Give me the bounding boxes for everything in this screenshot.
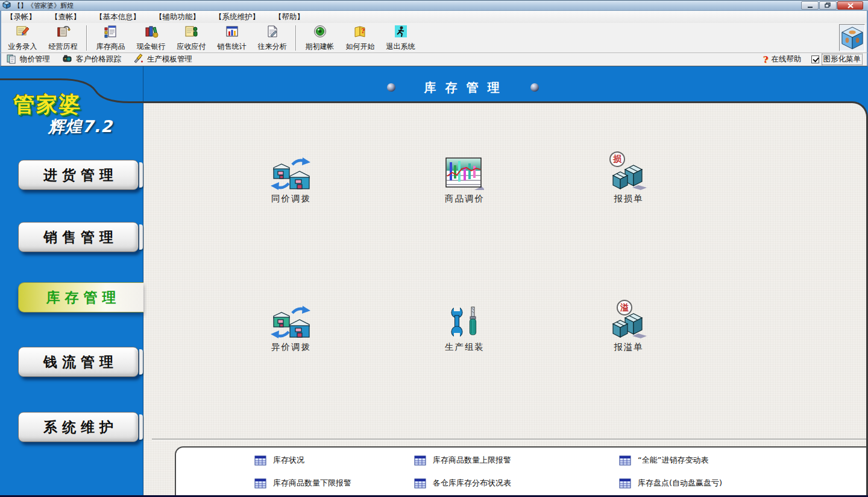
customer-price-tracking-label: 客户价格跟踪 (76, 54, 121, 65)
menu-query[interactable]: 【查帐】 (51, 12, 81, 22)
gain-badge: 溢 (617, 300, 632, 315)
same-price-transfer-icon (271, 157, 312, 190)
diff-price-transfer-icon (271, 306, 312, 338)
report-inventory-status[interactable]: 库存状况 (254, 455, 304, 466)
business-history-icon (56, 24, 71, 41)
toolbar-business-history[interactable]: 经营历程 (43, 24, 83, 52)
report-upper-limit-alert[interactable]: 库存商品数量上限报警 (414, 455, 511, 466)
table-icon (414, 455, 426, 466)
toolbar-label: 期初建帐 (306, 42, 335, 52)
graphic-menu-checkbox[interactable] (811, 55, 819, 63)
graphic-menu-label: 图形化菜单 (822, 54, 863, 65)
menu-record[interactable]: 【录帐】 (6, 12, 36, 22)
table-icon (619, 478, 631, 489)
cash-bank-icon (144, 24, 159, 41)
price-management-button[interactable]: 物价管理 (6, 53, 50, 66)
how-to-start-icon: ? (353, 24, 368, 41)
help-icon: ? (763, 54, 769, 65)
minimize-button[interactable] (801, 1, 819, 10)
table-icon (414, 478, 426, 489)
toolbar-label: 退出系统 (386, 42, 415, 52)
icon-item-diff-price-transfer[interactable]: 异价调拨 (246, 306, 336, 353)
sidebar-item-sales[interactable]: 销售管理 (18, 222, 139, 252)
grid-item-label: 报损单 (614, 193, 644, 204)
toolbar-how-to-start[interactable]: ? 如何开始 (340, 24, 380, 52)
production-template-button[interactable]: 生产模板管理 (133, 53, 192, 66)
icon-item-goods-price-adjust[interactable]: 商品调价 (420, 157, 510, 204)
content-divider (152, 438, 866, 440)
initial-accounts-icon (313, 24, 327, 41)
report-label: 各仓库库存分布状况表 (433, 478, 511, 489)
sidebar-item-system-maintenance[interactable]: 系统维护 (18, 412, 139, 442)
goods-price-adjust-icon (444, 157, 485, 190)
inventory-goods-icon (104, 24, 118, 41)
toolbar-label: 如何开始 (346, 42, 375, 52)
toolbar-label: 业务录入 (8, 42, 37, 52)
sidebar-item-cashflow[interactable]: 钱流管理 (18, 347, 139, 377)
report-warehouse-distribution[interactable]: 各仓库库存分布状况表 (414, 478, 511, 489)
icon-item-same-price-transfer[interactable]: 同价调拨 (246, 157, 336, 204)
report-allpower-change-table[interactable]: “全能”进销存变动表 (619, 455, 708, 466)
menu-basic-info[interactable]: 【基本信息】 (95, 12, 140, 22)
toolbar-label: 往来分析 (258, 42, 287, 52)
sidebar: 管家婆 辉煌7.2 进货管理 销售管理 库存管理 钱流管理 系统维护 (0, 66, 143, 495)
cube-logo-icon (839, 24, 865, 51)
sales-stats-icon (225, 24, 239, 41)
grid-item-label: 报溢单 (614, 341, 644, 353)
secondary-toolbar: 物价管理 客户价格跟踪 生产模板管理 ? 在线帮助 图形化菜单 (0, 53, 868, 66)
main-area: 库 存 管 理 同价调拨 商品调价 损 (0, 66, 868, 495)
toolbar-separator (295, 25, 297, 51)
customer-price-tracking-button[interactable]: 客户价格跟踪 (62, 53, 121, 66)
toolbar-label: 库存商品 (96, 42, 125, 52)
gain-report-icon: 溢 (608, 306, 649, 338)
page-header: 库 存 管 理 (143, 80, 782, 95)
sidebar-item-purchase[interactable]: 进货管理 (18, 160, 139, 190)
grid-item-label: 异价调拨 (271, 341, 311, 353)
loss-report-icon: 损 (608, 157, 649, 190)
toolbar-cash-bank[interactable]: 现金银行 (131, 24, 171, 52)
report-label: 库存盘点(自动盘赢盘亏) (638, 478, 722, 489)
online-help-button[interactable]: ? 在线帮助 (763, 54, 802, 65)
table-icon (254, 478, 266, 489)
business-entry-icon (16, 24, 30, 41)
logo-title: 管家婆 (13, 90, 82, 119)
table-icon (254, 455, 266, 466)
toolbar-label: 经营历程 (49, 42, 78, 52)
report-label: “全能”进销存变动表 (638, 455, 708, 466)
toolbar-sales-statistics[interactable]: 销售统计 (212, 24, 252, 52)
menu-help[interactable]: 【帮助】 (274, 12, 304, 22)
report-stocktake[interactable]: 库存盘点(自动盘赢盘亏) (619, 478, 722, 489)
report-lower-limit-alert[interactable]: 库存商品数量下限报警 (254, 478, 351, 489)
graphic-menu-toggle[interactable]: 图形化菜单 (811, 54, 863, 65)
icon-item-loss-report[interactable]: 损 报损单 (583, 157, 674, 204)
page-title: 库 存 管 理 (424, 80, 502, 96)
exit-system-icon (394, 24, 408, 41)
production-template-label: 生产模板管理 (147, 54, 192, 65)
content-panel: 同价调拨 商品调价 损 报损单 异价调拨 (143, 101, 868, 495)
logo-version: 辉煌7.2 (48, 116, 113, 138)
report-label: 库存状况 (273, 455, 304, 466)
grid-item-label: 生产组装 (445, 341, 485, 353)
toolbar-receivable-payable[interactable]: 应收应付 (171, 24, 212, 52)
restore-button[interactable] (819, 1, 837, 10)
icon-item-production-assembly[interactable]: 生产组装 (420, 306, 510, 353)
production-assembly-icon (444, 306, 485, 338)
menu-system-maintenance[interactable]: 【系统维护】 (215, 12, 260, 22)
toolbar-inventory-goods[interactable]: 库存商品 (90, 24, 131, 52)
icon-item-gain-report[interactable]: 溢 报溢单 (583, 306, 674, 353)
report-label: 库存商品数量上限报警 (433, 455, 511, 466)
toolbar-initial-accounts[interactable]: 期初建帐 (300, 24, 340, 52)
report-label: 库存商品数量下限报警 (273, 478, 351, 489)
menu-aux-functions[interactable]: 【辅助功能】 (155, 12, 200, 22)
main-toolbar: 业务录入 经营历程 库存商品 现金银行 应收应付 销售统计 往来分析 (0, 23, 868, 53)
price-management-label: 物价管理 (20, 54, 50, 65)
loss-badge: 损 (609, 151, 625, 167)
sphere-bullet-icon (530, 83, 539, 92)
close-button[interactable] (837, 1, 863, 10)
toolbar-exit-system[interactable]: 退出系统 (380, 24, 421, 52)
toolbar-contacts-analysis[interactable]: 往来分析 (252, 24, 292, 52)
toolbar-business-entry[interactable]: 业务录入 (2, 24, 43, 52)
window-title: 【】《管家婆》辉煌 (14, 1, 74, 10)
sidebar-item-inventory[interactable]: 库存管理 (18, 282, 143, 312)
reports-panel: 库存状况 库存商品数量上限报警 “全能”进销存变动表 库存商品数量下限报警 各仓… (175, 446, 866, 495)
